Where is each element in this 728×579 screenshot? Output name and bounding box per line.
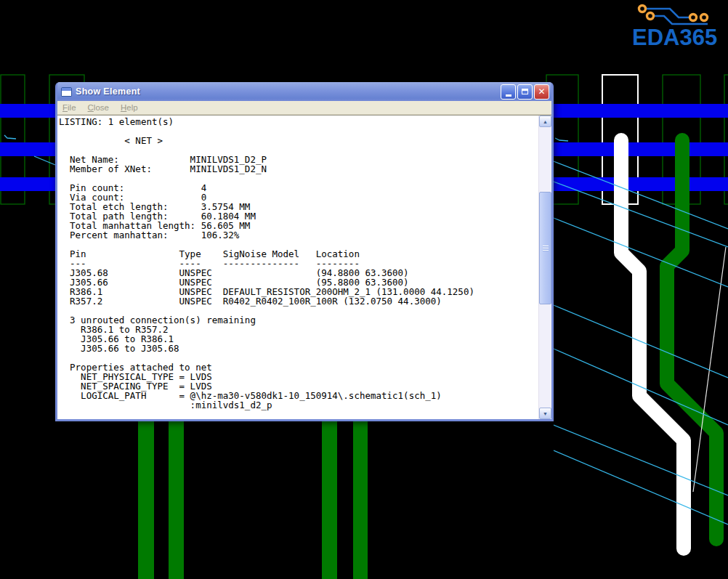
ratsnest-line (554, 161, 728, 229)
ratsnest-line (554, 450, 728, 525)
menu-help[interactable]: Help (121, 103, 138, 112)
listing-line: Member of XNet: MINILVDS1_D2_N (59, 164, 538, 174)
minimize-button[interactable] (501, 84, 516, 100)
vertical-scrollbar[interactable]: ▲ ▼ (538, 116, 551, 419)
ratsnest-line (555, 138, 568, 141)
eda365-logo-text: EDA365 (632, 25, 717, 51)
ratsnest-line (554, 425, 728, 495)
scroll-up-button[interactable]: ▲ (539, 116, 551, 127)
eda365-logo-circuit (628, 3, 724, 28)
listing-line: LISTING: 1 element(s) (59, 117, 538, 126)
listing-line: :minilvds1_d2_p (59, 400, 538, 410)
eda365-logo: EDA365 (628, 3, 724, 57)
ratsnest-line (34, 156, 55, 165)
dialog-title: Show Element (76, 86, 501, 97)
listing-line: Percent manhattan: 106.32% (59, 230, 538, 240)
show-element-dialog: Show Element ✕ File Close Help LISTING: … (55, 82, 554, 421)
trace-green (667, 140, 716, 539)
listing-text: LISTING: 1 element(s) < NET > Net Name: … (59, 117, 538, 419)
listing-line: R357.2 UNSPEC R0402_R0402_100R_100R (132… (59, 296, 538, 306)
close-button[interactable]: ✕ (534, 84, 549, 100)
pad-bar (169, 418, 184, 579)
pad-bar (138, 418, 154, 579)
listing-panel: LISTING: 1 element(s) < NET > Net Name: … (57, 115, 551, 419)
pad-bar (353, 418, 368, 579)
allegro-workspace: EDA365 Show Element ✕ File Close Help LI… (0, 0, 728, 579)
arrow-up-icon: ▲ (543, 119, 548, 124)
menu-file[interactable]: File (62, 103, 76, 112)
pad-bar (322, 418, 337, 579)
scroll-down-button[interactable]: ▼ (539, 408, 551, 419)
minimize-icon (506, 94, 511, 97)
listing-line: < NET > (59, 136, 538, 145)
arrow-down-icon: ▼ (543, 411, 548, 416)
ratsnest-line (4, 135, 16, 139)
menu-close[interactable]: Close (88, 103, 109, 112)
maximize-button[interactable] (517, 84, 533, 100)
scrollbar-grip-icon (543, 246, 549, 251)
ratsnest-line (554, 182, 728, 247)
listing-line: J305.66 to J305.68 (59, 344, 538, 353)
scrollbar-thumb[interactable] (539, 192, 551, 304)
dialog-titlebar[interactable]: Show Element ✕ (57, 82, 551, 101)
dialog-menubar: File Close Help (57, 101, 551, 115)
maximize-icon (522, 89, 528, 94)
trace-white (621, 140, 684, 548)
window-icon (61, 87, 72, 97)
close-icon: ✕ (538, 87, 545, 96)
